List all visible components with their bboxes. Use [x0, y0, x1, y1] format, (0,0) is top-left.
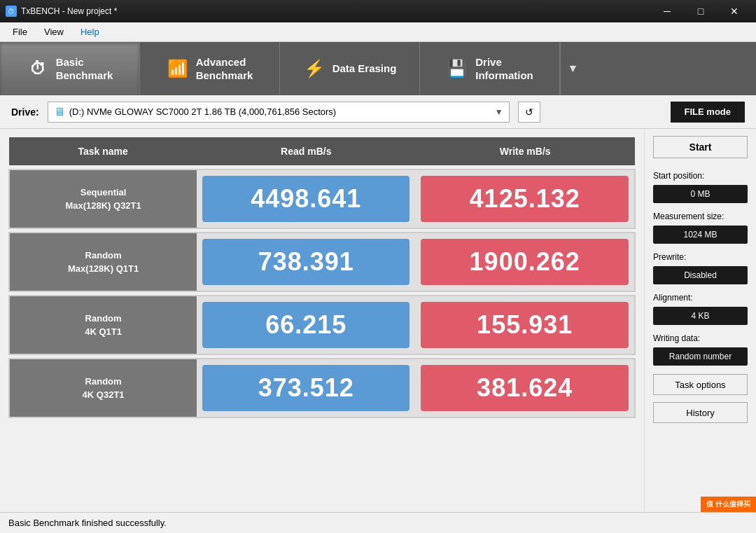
write-cell-sequential: 4125.132 — [415, 169, 635, 228]
benchmark-table: Task name Read mB/s Write mB/s Sequentia… — [8, 137, 636, 422]
status-message: Basic Benchmark finished successfully. — [8, 518, 167, 528]
main-content: Task name Read mB/s Write mB/s Sequentia… — [0, 129, 756, 512]
read-cell-sequential: 4498.641 — [197, 169, 415, 228]
read-value-random-4k-q1: 66.215 — [202, 302, 410, 348]
benchmark-area: Task name Read mB/s Write mB/s Sequentia… — [0, 129, 644, 512]
drive-select-text: 🖥 (D:) NVMe GLOWAY SC7000 2T 1.86 TB (4,… — [54, 106, 337, 118]
drive-row: Drive: 🖥 (D:) NVMe GLOWAY SC7000 2T 1.86… — [0, 95, 756, 129]
advanced-benchmark-label: AdvancedBenchmark — [196, 55, 253, 83]
write-value-random-128k: 1900.262 — [421, 239, 629, 285]
status-bar: Basic Benchmark finished successfully. — [0, 512, 756, 533]
write-cell-random-128k: 1900.262 — [415, 233, 635, 291]
window-title: TxBENCH - New project * — [21, 6, 117, 16]
toolbar-expand[interactable]: ▼ — [560, 42, 585, 95]
file-mode-button[interactable]: FILE mode — [671, 102, 745, 123]
read-value-sequential: 4498.641 — [202, 176, 410, 222]
drive-information-label: DriveInformation — [475, 55, 533, 83]
title-bar-left: ⏱ TxBENCH - New project * — [6, 6, 117, 17]
drive-device-icon: 🖥 — [54, 106, 65, 118]
prewrite-value: Disabled — [653, 266, 748, 284]
title-bar: ⏱ TxBENCH - New project * ─ □ ✕ — [0, 0, 756, 22]
data-erasing-label: Data Erasing — [332, 62, 397, 76]
menu-view[interactable]: View — [37, 24, 71, 40]
close-button[interactable]: ✕ — [718, 0, 750, 22]
drive-information-icon: 💾 — [446, 59, 468, 78]
app-icon: ⏱ — [6, 6, 17, 17]
basic-benchmark-icon: ⏱ — [27, 59, 49, 78]
task-name-random-4k-q1: Random 4K Q1T1 — [9, 296, 197, 354]
table-row: Sequential Max(128K) Q32T1 4498.641 4125… — [9, 169, 635, 228]
watermark: 值 什么值得买 — [701, 497, 756, 512]
header-write: Write mB/s — [415, 137, 635, 165]
table-row: Random 4K Q1T1 66.215 155.931 — [9, 296, 635, 354]
menu-file[interactable]: File — [6, 24, 34, 40]
maximize-button[interactable]: □ — [685, 0, 717, 22]
read-cell-random-4k-q1: 66.215 — [197, 296, 415, 354]
start-button[interactable]: Start — [653, 136, 748, 158]
writing-data-value: Random number — [653, 347, 748, 366]
task-name-random-4k-q32: Random 4K Q32T1 — [9, 359, 197, 417]
measurement-size-value: 1024 MB — [653, 226, 748, 244]
measurement-size-label: Measurement size: — [653, 212, 748, 221]
writing-data-label: Writing data: — [653, 333, 748, 343]
menu-help[interactable]: Help — [74, 24, 106, 40]
table-header-row: Task name Read mB/s Write mB/s — [9, 137, 635, 165]
toolbar-advanced-benchmark[interactable]: 📶 AdvancedBenchmark — [140, 42, 280, 95]
refresh-icon: ↺ — [525, 106, 533, 118]
task-name-random-128k: Random Max(128K) Q1T1 — [9, 233, 197, 291]
title-bar-controls: ─ □ ✕ — [651, 0, 750, 22]
drive-dropdown-arrow-icon: ▼ — [495, 107, 503, 117]
table-row: Random 4K Q32T1 373.512 381.624 — [9, 359, 635, 417]
write-cell-random-4k-q32: 381.624 — [415, 359, 635, 417]
read-cell-random-4k-q32: 373.512 — [197, 359, 415, 417]
toolbar-drive-information[interactable]: 💾 DriveInformation — [420, 42, 560, 95]
start-position-label: Start position: — [653, 171, 748, 181]
history-button[interactable]: History — [653, 402, 748, 423]
write-value-sequential: 4125.132 — [421, 176, 629, 222]
header-read: Read mB/s — [197, 137, 415, 165]
drive-refresh-button[interactable]: ↺ — [518, 102, 540, 123]
sidebar: Start Start position: 0 MB Measurement s… — [644, 129, 756, 512]
alignment-label: Alignment: — [653, 293, 748, 303]
drive-label: Drive: — [11, 106, 39, 118]
write-value-random-4k-q32: 381.624 — [421, 365, 629, 411]
menu-bar: File View Help — [0, 22, 756, 42]
advanced-benchmark-icon: 📶 — [167, 59, 189, 78]
header-task-name: Task name — [9, 137, 197, 165]
minimize-button[interactable]: ─ — [651, 0, 683, 22]
alignment-value: 4 KB — [653, 307, 748, 325]
toolbar-basic-benchmark[interactable]: ⏱ BasicBenchmark — [0, 42, 140, 95]
drive-selected-value: (D:) NVMe GLOWAY SC7000 2T 1.86 TB (4,00… — [69, 106, 337, 117]
read-cell-random-128k: 738.391 — [197, 233, 415, 291]
prewrite-label: Prewrite: — [653, 252, 748, 262]
task-name-sequential: Sequential Max(128K) Q32T1 — [9, 169, 197, 228]
start-position-value: 0 MB — [653, 185, 748, 203]
read-value-random-4k-q32: 373.512 — [202, 365, 410, 411]
drive-selector[interactable]: 🖥 (D:) NVMe GLOWAY SC7000 2T 1.86 TB (4,… — [48, 102, 510, 123]
data-erasing-icon: ⚡ — [303, 59, 326, 78]
toolbar-data-erasing[interactable]: ⚡ Data Erasing — [280, 42, 420, 95]
table-row: Random Max(128K) Q1T1 738.391 1900.262 — [9, 233, 635, 291]
expand-chevron-icon: ▼ — [568, 62, 579, 75]
write-value-random-4k-q1: 155.931 — [421, 302, 629, 348]
basic-benchmark-label: BasicBenchmark — [56, 55, 113, 83]
write-cell-random-4k-q1: 155.931 — [415, 296, 635, 354]
read-value-random-128k: 738.391 — [202, 239, 410, 285]
task-options-button[interactable]: Task options — [653, 374, 748, 395]
toolbar: ⏱ BasicBenchmark 📶 AdvancedBenchmark ⚡ D… — [0, 42, 756, 95]
